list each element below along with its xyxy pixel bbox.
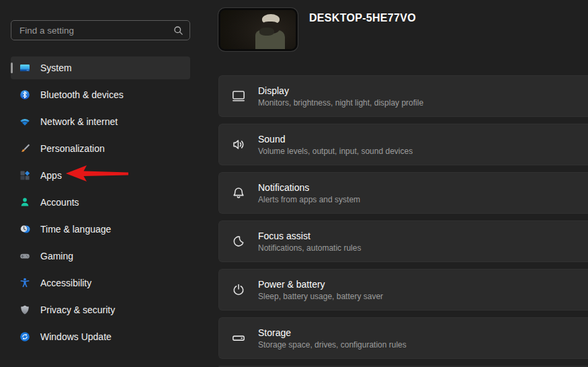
sidebar-item-label: Time & language (40, 224, 111, 235)
sidebar-item-label: Personalization (40, 143, 105, 154)
sidebar-item-label: Network & internet (40, 116, 118, 127)
card-subtitle: Monitors, brightness, night light, displ… (258, 98, 423, 108)
update-refresh-icon (19, 331, 30, 342)
sidebar-nav: System Bluetooth & devices (11, 56, 190, 352)
sidebar-item-time-language[interactable]: Time & language (11, 218, 190, 241)
sidebar-item-privacy-security[interactable]: Privacy & security (11, 298, 190, 321)
red-arrow-annotation (65, 165, 130, 185)
accessibility-person-icon (19, 278, 30, 288)
selected-indicator (11, 63, 13, 73)
wifi-icon (19, 116, 30, 127)
card-subtitle: Storage space, drives, configuration rul… (258, 340, 407, 350)
settings-card-sound[interactable]: Sound Volume levels, output, input, soun… (218, 124, 588, 165)
settings-card-focus-assist[interactable]: Focus assist Notifications, automatic ru… (218, 220, 588, 262)
gamepad-icon (19, 251, 30, 261)
device-wallpaper-thumbnail (218, 8, 298, 51)
device-name-title: DESKTOP-5HE77VO (309, 12, 416, 24)
card-title: Sound (258, 134, 413, 145)
sidebar-item-accessibility[interactable]: Accessibility (11, 272, 190, 294)
speaker-icon (230, 136, 247, 153)
search-input[interactable] (11, 21, 190, 40)
settings-card-storage[interactable]: Storage Storage space, drives, configura… (218, 317, 588, 359)
settings-card-notifications[interactable]: Notifications Alerts from apps and syste… (218, 172, 588, 214)
search-box[interactable] (11, 20, 190, 40)
sidebar-item-gaming[interactable]: Gaming (11, 245, 190, 268)
search-icon (173, 26, 183, 36)
shield-icon (19, 304, 30, 315)
sidebar-item-bluetooth-devices[interactable]: Bluetooth & devices (11, 83, 190, 106)
bluetooth-icon (19, 89, 30, 100)
card-title: Notifications (258, 182, 360, 193)
card-subtitle: Volume levels, output, input, sound devi… (258, 147, 413, 156)
photo-person-hands (259, 28, 274, 36)
wallpaper-photo (220, 10, 296, 49)
clock-globe-icon (19, 224, 30, 235)
sidebar-item-label: Apps (40, 170, 62, 181)
sidebar-item-label: System (40, 63, 72, 73)
sidebar-item-label: Privacy & security (40, 304, 115, 315)
sidebar-item-label: Gaming (40, 251, 73, 261)
display-icon (230, 88, 247, 104)
system-icon (19, 63, 30, 73)
storage-drive-icon (230, 330, 247, 346)
card-subtitle: Notifications, automatic rules (258, 243, 361, 253)
crescent-moon-icon (230, 233, 247, 249)
sidebar-item-label: Accounts (40, 197, 79, 208)
card-title: Storage (258, 327, 407, 338)
sidebar-item-label: Windows Update (40, 331, 112, 342)
settings-card-display[interactable]: Display Monitors, brightness, night ligh… (218, 75, 588, 117)
person-icon (19, 197, 30, 208)
card-subtitle: Sleep, battery usage, battery saver (258, 292, 383, 301)
sidebar-item-system[interactable]: System (11, 56, 190, 79)
settings-card-power-battery[interactable]: Power & battery Sleep, battery usage, ba… (218, 269, 588, 311)
sidebar-item-network-internet[interactable]: Network & internet (11, 110, 190, 133)
sidebar-item-accounts[interactable]: Accounts (11, 191, 190, 214)
settings-window: { "sidebar": { "search_placeholder": "Fi… (0, 0, 588, 367)
bell-icon (230, 185, 247, 201)
card-title: Display (258, 85, 423, 96)
card-subtitle: Alerts from apps and system (258, 195, 360, 204)
card-title: Power & battery (258, 279, 383, 290)
card-title: Focus assist (258, 231, 361, 241)
sidebar-item-windows-update[interactable]: Windows Update (11, 325, 190, 348)
sidebar-item-personalization[interactable]: Personalization (11, 137, 190, 160)
apps-grid-icon (19, 170, 30, 181)
paintbrush-icon (19, 143, 30, 154)
sidebar-item-label: Bluetooth & devices (40, 89, 124, 100)
sidebar-item-label: Accessibility (40, 278, 91, 288)
power-icon (230, 282, 247, 298)
